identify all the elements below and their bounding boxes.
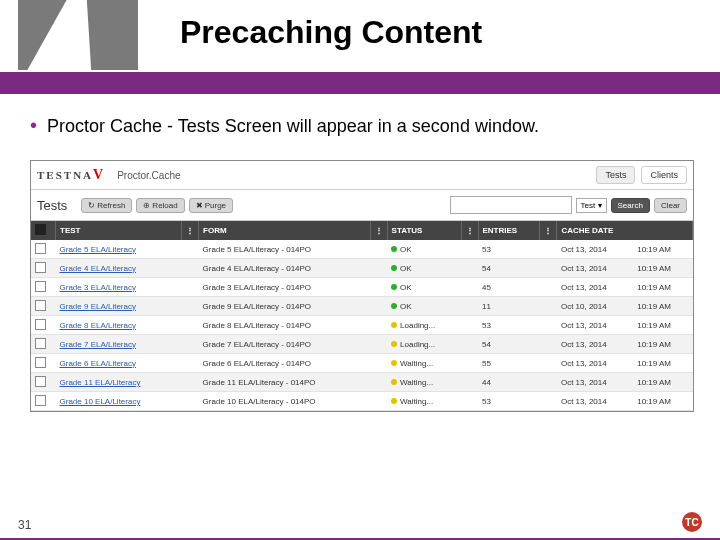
app-screenshot: TESTNAV Proctor.Cache Tests Clients Test… (30, 160, 694, 412)
row-checkbox[interactable] (35, 357, 46, 368)
table-row: Grade 4 ELA/LiteracyGrade 4 ELA/Literacy… (31, 259, 693, 278)
search-input[interactable] (450, 196, 572, 214)
table-row: Grade 9 ELA/LiteracyGrade 9 ELA/Literacy… (31, 297, 693, 316)
bullet-text: •Proctor Cache - Tests Screen will appea… (30, 114, 690, 137)
entries-cell: 53 (478, 316, 540, 335)
date-cell: Oct 10, 2014 (557, 297, 633, 316)
date-cell: Oct 13, 2014 (557, 392, 633, 411)
status-dot-icon (391, 360, 397, 366)
date-cell: Oct 13, 2014 (557, 278, 633, 297)
status-cell: OK (387, 297, 461, 316)
bullet-dot: • (30, 114, 37, 136)
row-checkbox[interactable] (35, 243, 46, 254)
entries-cell: 53 (478, 392, 540, 411)
date-cell: Oct 13, 2014 (557, 373, 633, 392)
test-link[interactable]: Grade 6 ELA/Literacy (60, 359, 136, 368)
test-link[interactable]: Grade 11 ELA/Literacy (60, 378, 141, 387)
entries-cell: 54 (478, 335, 540, 354)
col-entries[interactable]: ENTRIES (478, 221, 540, 240)
status-cell: Waiting... (387, 392, 461, 411)
bullet-content: Proctor Cache - Tests Screen will appear… (47, 116, 539, 136)
test-link[interactable]: Grade 8 ELA/Literacy (60, 321, 136, 330)
status-dot-icon (391, 246, 397, 252)
toolbar: Tests ↻ Refresh ⊕ Reload ✖ Purge Test ▾ … (31, 190, 693, 221)
entries-cell: 54 (478, 259, 540, 278)
time-cell: 10:19 AM (633, 278, 692, 297)
tests-table: TEST ⋮ FORM ⋮ STATUS ⋮ ENTRIES ⋮ CACHE D… (31, 221, 693, 411)
table-row: Grade 5 ELA/LiteracyGrade 5 ELA/Literacy… (31, 240, 693, 259)
row-checkbox[interactable] (35, 395, 46, 406)
entries-cell: 53 (478, 240, 540, 259)
date-cell: Oct 13, 2014 (557, 335, 633, 354)
test-link[interactable]: Grade 4 ELA/Literacy (60, 264, 136, 273)
status-cell: OK (387, 278, 461, 297)
entries-cell: 45 (478, 278, 540, 297)
form-cell: Grade 10 ELA/Literacy - 014PO (199, 392, 370, 411)
entries-cell: 11 (478, 297, 540, 316)
time-cell: 10:19 AM (633, 297, 692, 316)
entries-cell: 44 (478, 373, 540, 392)
row-checkbox[interactable] (35, 376, 46, 387)
page-number: 31 (18, 518, 31, 532)
table-row: Grade 8 ELA/LiteracyGrade 8 ELA/Literacy… (31, 316, 693, 335)
row-checkbox[interactable] (35, 319, 46, 330)
reload-button[interactable]: ⊕ Reload (136, 198, 184, 213)
time-cell: 10:19 AM (633, 240, 692, 259)
form-cell: Grade 5 ELA/Literacy - 014PO (199, 240, 370, 259)
status-cell: Waiting... (387, 373, 461, 392)
tab-clients[interactable]: Clients (641, 166, 687, 184)
test-link[interactable]: Grade 10 ELA/Literacy (60, 397, 141, 406)
app-header: TESTNAV Proctor.Cache Tests Clients (31, 161, 693, 190)
search-button[interactable]: Search (611, 198, 650, 213)
col-status[interactable]: STATUS (387, 221, 461, 240)
refresh-button[interactable]: ↻ Refresh (81, 198, 132, 213)
form-cell: Grade 8 ELA/Literacy - 014PO (199, 316, 370, 335)
table-row: Grade 3 ELA/LiteracyGrade 3 ELA/Literacy… (31, 278, 693, 297)
col-form[interactable]: FORM (199, 221, 370, 240)
test-link[interactable]: Grade 5 ELA/Literacy (60, 245, 136, 254)
test-link[interactable]: Grade 7 ELA/Literacy (60, 340, 136, 349)
filter-select[interactable]: Test ▾ (576, 198, 607, 213)
entries-cell: 55 (478, 354, 540, 373)
row-checkbox[interactable] (35, 300, 46, 311)
date-cell: Oct 13, 2014 (557, 259, 633, 278)
status-cell: OK (387, 240, 461, 259)
org-logo (18, 0, 138, 70)
status-cell: Waiting... (387, 354, 461, 373)
table-row: Grade 11 ELA/LiteracyGrade 11 ELA/Litera… (31, 373, 693, 392)
status-cell: Loading... (387, 335, 461, 354)
status-dot-icon (391, 322, 397, 328)
status-dot-icon (391, 284, 397, 290)
time-cell: 10:19 AM (633, 392, 692, 411)
purge-button[interactable]: ✖ Purge (189, 198, 233, 213)
status-dot-icon (391, 379, 397, 385)
section-tests-label: Tests (37, 198, 67, 213)
tc-badge: TC (682, 512, 702, 532)
status-dot-icon (391, 341, 397, 347)
row-checkbox[interactable] (35, 262, 46, 273)
clear-button[interactable]: Clear (654, 198, 687, 213)
select-all-checkbox[interactable] (35, 224, 46, 235)
date-cell: Oct 13, 2014 (557, 354, 633, 373)
table-row: Grade 10 ELA/LiteracyGrade 10 ELA/Litera… (31, 392, 693, 411)
form-cell: Grade 11 ELA/Literacy - 014PO (199, 373, 370, 392)
time-cell: 10:19 AM (633, 335, 692, 354)
tab-tests[interactable]: Tests (596, 166, 635, 184)
table-row: Grade 6 ELA/LiteracyGrade 6 ELA/Literacy… (31, 354, 693, 373)
brand-logo: TESTNAV (37, 167, 105, 183)
test-link[interactable]: Grade 9 ELA/Literacy (60, 302, 136, 311)
form-cell: Grade 9 ELA/Literacy - 014PO (199, 297, 370, 316)
col-cache-date[interactable]: CACHE DATE (557, 221, 693, 240)
form-cell: Grade 4 ELA/Literacy - 014PO (199, 259, 370, 278)
date-cell: Oct 13, 2014 (557, 240, 633, 259)
col-test[interactable]: TEST (56, 221, 182, 240)
divider-bar (0, 72, 720, 94)
row-checkbox[interactable] (35, 281, 46, 292)
row-checkbox[interactable] (35, 338, 46, 349)
date-cell: Oct 13, 2014 (557, 316, 633, 335)
form-cell: Grade 3 ELA/Literacy - 014PO (199, 278, 370, 297)
status-dot-icon (391, 398, 397, 404)
form-cell: Grade 6 ELA/Literacy - 014PO (199, 354, 370, 373)
test-link[interactable]: Grade 3 ELA/Literacy (60, 283, 136, 292)
status-dot-icon (391, 303, 397, 309)
